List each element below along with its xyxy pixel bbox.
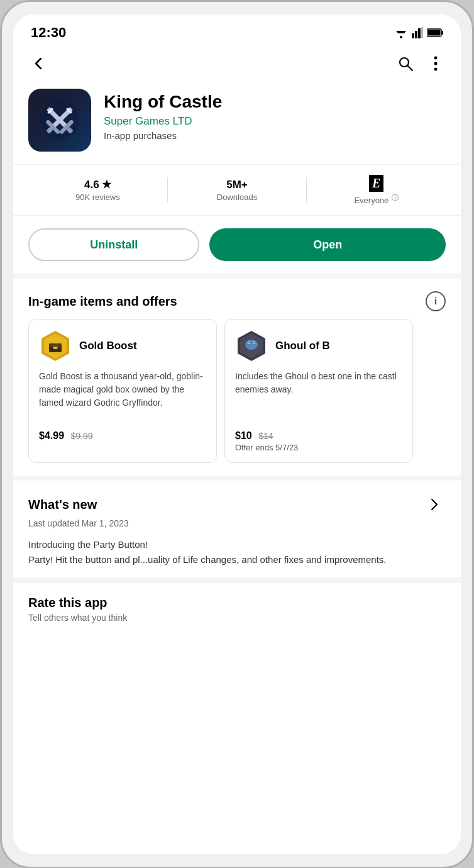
search-icon bbox=[397, 55, 414, 72]
more-icon bbox=[434, 55, 438, 72]
item-card-ghoul-header: Ghoul of B bbox=[235, 330, 402, 362]
svg-point-2 bbox=[400, 36, 402, 38]
whats-new-text: Introducing the Party Button! Party! Hit… bbox=[28, 537, 446, 567]
ingame-header: In-game items and offers i bbox=[13, 279, 461, 319]
stats-row: 4.6 ★ 90K reviews 5M+ Downloads E Everyo… bbox=[13, 164, 461, 216]
app-header: King of Castle Super Games LTD In-app pu… bbox=[13, 84, 461, 164]
status-icons bbox=[394, 27, 443, 38]
more-button[interactable] bbox=[423, 51, 448, 76]
ghoul-pricing: $10 $14 bbox=[235, 430, 402, 442]
section-divider-1 bbox=[13, 274, 461, 279]
svg-point-35 bbox=[248, 342, 250, 343]
back-icon bbox=[30, 55, 47, 72]
app-info: King of Castle Super Games LTD In-app pu… bbox=[104, 89, 446, 141]
ingame-info-button[interactable]: i bbox=[426, 291, 446, 311]
svg-rect-8 bbox=[442, 31, 444, 35]
star-icon: ★ bbox=[102, 178, 111, 191]
app-developer[interactable]: Super Games LTD bbox=[104, 115, 446, 128]
app-icon-graphic bbox=[38, 98, 82, 142]
svg-line-11 bbox=[408, 66, 413, 71]
back-button[interactable] bbox=[26, 51, 51, 76]
gold-boost-icon bbox=[39, 330, 72, 362]
age-label: Everyone ⓘ bbox=[354, 193, 399, 205]
wifi-icon bbox=[394, 27, 408, 38]
ghoul-name: Ghoul of B bbox=[275, 340, 330, 352]
whats-new-date: Last updated Mar 1, 2023 bbox=[28, 518, 446, 528]
status-time: 12:30 bbox=[31, 25, 66, 41]
whats-new-section: What's new Last updated Mar 1, 2023 Intr… bbox=[13, 481, 461, 577]
age-rating-value: E bbox=[369, 175, 383, 192]
stat-downloads: 5M+ Downloads bbox=[168, 179, 307, 202]
action-buttons: Uninstall Open bbox=[13, 216, 461, 274]
ghoul-original-price: $14 bbox=[258, 431, 273, 441]
svg-rect-3 bbox=[412, 33, 414, 38]
svg-point-36 bbox=[253, 342, 255, 343]
age-rating-badge: E bbox=[369, 175, 383, 192]
ghoul-offer: Offer ends 5/7/23 bbox=[235, 443, 402, 452]
age-info-icon: ⓘ bbox=[392, 194, 399, 201]
uninstall-button[interactable]: Uninstall bbox=[28, 228, 199, 261]
search-button[interactable] bbox=[393, 51, 418, 76]
svg-point-13 bbox=[434, 62, 438, 65]
items-scroll: Gold Boost Gold Boost is a thousand year… bbox=[13, 319, 461, 476]
svg-point-29 bbox=[54, 347, 57, 349]
stat-rating: 4.6 ★ 90K reviews bbox=[28, 178, 167, 202]
gold-boost-original-price: $9.99 bbox=[71, 431, 93, 441]
rating-label: 90K reviews bbox=[75, 192, 120, 202]
svg-rect-4 bbox=[415, 31, 417, 38]
arrow-right-icon bbox=[427, 497, 442, 512]
gold-boost-price: $4.99 bbox=[39, 430, 64, 441]
signal-icon bbox=[412, 27, 423, 38]
gold-boost-name: Gold Boost bbox=[79, 340, 137, 352]
screen: 12:30 bbox=[13, 14, 461, 854]
svg-point-14 bbox=[434, 68, 438, 71]
downloads-label: Downloads bbox=[217, 192, 257, 202]
ghoul-desc: Includes the Ghoul o best one in the cas… bbox=[235, 370, 402, 420]
svg-point-12 bbox=[434, 57, 438, 60]
stat-age: E Everyone ⓘ bbox=[307, 175, 446, 205]
battery-icon bbox=[427, 28, 443, 37]
ghoul-icon bbox=[235, 330, 268, 362]
whats-new-header: What's new bbox=[28, 493, 446, 516]
rate-section: Rate this app Tell others what you think bbox=[13, 582, 461, 638]
phone-frame: 12:30 bbox=[0, 0, 474, 868]
whats-new-arrow-button[interactable] bbox=[423, 493, 446, 516]
rate-subtitle: Tell others what you think bbox=[28, 613, 446, 623]
status-bar: 12:30 bbox=[13, 14, 461, 46]
section-divider-3 bbox=[13, 577, 461, 582]
gold-boost-desc: Gold Boost is a thousand year-old, gobli… bbox=[39, 370, 206, 420]
item-card-ghoul[interactable]: Ghoul of B Includes the Ghoul o best one… bbox=[224, 319, 413, 463]
open-button[interactable]: Open bbox=[209, 228, 446, 261]
ingame-title: In-game items and offers bbox=[28, 294, 177, 309]
item-card-gold-boost[interactable]: Gold Boost Gold Boost is a thousand year… bbox=[28, 319, 217, 463]
nav-bar bbox=[13, 46, 461, 84]
whats-new-title: What's new bbox=[28, 498, 97, 512]
rate-title: Rate this app bbox=[28, 596, 446, 610]
nav-actions bbox=[393, 51, 448, 76]
ghoul-price: $10 bbox=[235, 430, 252, 441]
gold-boost-pricing: $4.99 $9.99 bbox=[39, 430, 206, 442]
rating-value: 4.6 ★ bbox=[84, 178, 111, 191]
app-iap: In-app purchases bbox=[104, 130, 446, 141]
svg-rect-5 bbox=[418, 28, 421, 38]
svg-rect-6 bbox=[421, 27, 423, 38]
section-divider-2 bbox=[13, 476, 461, 481]
item-card-gold-boost-header: Gold Boost bbox=[39, 330, 206, 362]
app-icon bbox=[28, 89, 91, 152]
downloads-value: 5M+ bbox=[226, 179, 248, 191]
svg-rect-9 bbox=[428, 30, 441, 36]
app-title: King of Castle bbox=[104, 91, 446, 113]
